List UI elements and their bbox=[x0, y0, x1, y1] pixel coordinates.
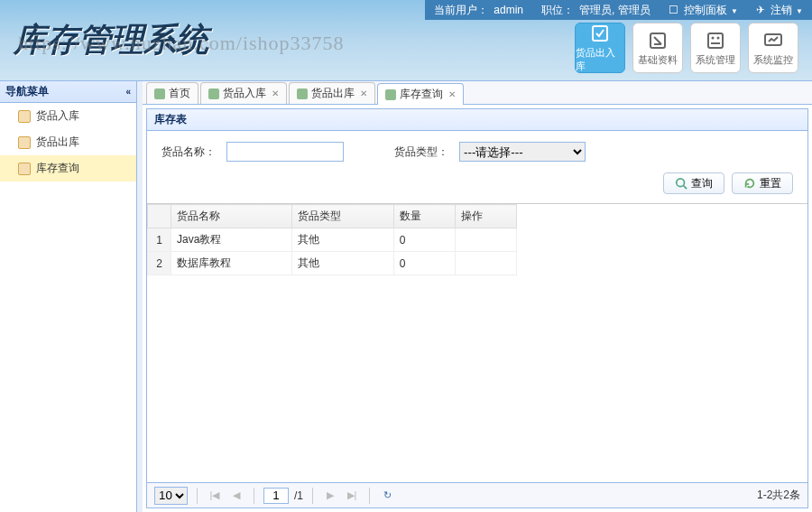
cell-op bbox=[455, 228, 516, 252]
col-header[interactable]: 操作 bbox=[455, 205, 516, 228]
tab-0[interactable]: 首页 bbox=[146, 82, 198, 104]
type-label: 货品类型： bbox=[394, 144, 448, 160]
folder-icon bbox=[18, 136, 31, 149]
type-select[interactable]: ---请选择--- bbox=[459, 142, 586, 162]
collapse-icon[interactable]: « bbox=[125, 87, 131, 97]
nav-btn-3[interactable]: 系统监控 bbox=[748, 23, 798, 73]
nav-btn-1[interactable]: 基础资料 bbox=[632, 23, 683, 73]
sidebar-item-label: 货品出库 bbox=[36, 135, 79, 150]
sidebar-item-label: 库存查询 bbox=[36, 161, 79, 176]
nav-label: 系统管理 bbox=[696, 53, 735, 67]
sidebar-item-0[interactable]: 货品入库 bbox=[0, 103, 136, 129]
tab-label: 首页 bbox=[169, 86, 190, 101]
topbar: 当前用户： admin 职位： 管理员, 管理员 ☐ 控制面板 ▼ ✈ 注销 ▼ bbox=[425, 0, 812, 20]
rownum: 2 bbox=[148, 252, 171, 275]
chevron-down-icon: ▼ bbox=[729, 7, 738, 15]
reset-icon bbox=[743, 177, 756, 190]
folder-icon bbox=[18, 163, 31, 175]
nav-label: 基础资料 bbox=[638, 53, 678, 67]
logout-link[interactable]: 注销 ▼ bbox=[770, 3, 803, 18]
tab-icon bbox=[154, 88, 165, 99]
cell-name: Java教程 bbox=[171, 228, 292, 252]
checkbox-icon[interactable]: ☐ bbox=[669, 4, 678, 16]
close-icon[interactable]: ✕ bbox=[448, 89, 456, 99]
chevron-down-icon: ▼ bbox=[794, 7, 803, 15]
watermark: https://www.huzhan.com/ishop33758 bbox=[18, 32, 345, 55]
data-grid: 货品名称货品类型数量操作 1Java教程其他02数据库教程其他0 bbox=[147, 203, 807, 482]
name-input[interactable] bbox=[226, 142, 344, 162]
reset-button[interactable]: 重置 bbox=[732, 172, 793, 194]
control-panel-link[interactable]: 控制面板 ▼ bbox=[684, 3, 738, 18]
rownum: 1 bbox=[148, 228, 171, 252]
search-icon bbox=[675, 177, 687, 190]
cell-op bbox=[455, 252, 516, 275]
paper-plane-icon: ✈ bbox=[756, 4, 765, 16]
tab-label: 货品入库 bbox=[223, 86, 266, 101]
nav-label: 系统监控 bbox=[753, 53, 793, 67]
name-label: 货品名称： bbox=[161, 144, 216, 160]
col-header[interactable]: 货品名称 bbox=[171, 205, 292, 228]
tab-icon bbox=[297, 88, 308, 99]
col-rownum bbox=[148, 205, 171, 228]
page-input[interactable] bbox=[263, 488, 289, 504]
content: 首页货品入库✕货品出库✕库存查询✕ 库存表 货品名称： 货品类型： ---请选择… bbox=[137, 81, 812, 512]
action-row: 查询 重置 bbox=[147, 172, 807, 203]
close-icon[interactable]: ✕ bbox=[360, 88, 367, 98]
sidebar: 导航菜单 « 货品入库货品出库库存查询 bbox=[0, 81, 137, 512]
nav-icon bbox=[647, 30, 669, 51]
filter-row: 货品名称： 货品类型： ---请选择--- bbox=[147, 131, 807, 172]
nav-icon bbox=[589, 23, 611, 44]
sidebar-title: 导航菜单 bbox=[5, 84, 49, 99]
last-page-button[interactable]: ▶| bbox=[344, 488, 360, 504]
sidebar-header: 导航菜单 « bbox=[0, 81, 136, 103]
nav-btn-0[interactable]: 货品出入库 bbox=[575, 23, 625, 73]
pager-info: 1-2共2条 bbox=[757, 488, 800, 503]
table-row[interactable]: 1Java教程其他0 bbox=[148, 228, 517, 252]
col-header[interactable]: 货品类型 bbox=[292, 205, 393, 228]
tab-3[interactable]: 库存查询✕ bbox=[377, 83, 464, 105]
tab-icon bbox=[385, 89, 396, 100]
svg-point-4 bbox=[717, 36, 720, 39]
sidebar-item-label: 货品入库 bbox=[36, 108, 79, 124]
current-user-label: 当前用户： bbox=[434, 3, 488, 18]
nav-label: 货品出入库 bbox=[576, 46, 624, 73]
svg-line-7 bbox=[684, 186, 687, 190]
search-button[interactable]: 查询 bbox=[663, 172, 724, 194]
role-label: 职位： bbox=[541, 3, 574, 18]
pager: 10 |◀ ◀ /1 ▶ ▶| ↻ 1-2共2条 bbox=[147, 482, 807, 507]
cell-type: 其他 bbox=[292, 252, 393, 275]
page-size-select[interactable]: 10 bbox=[154, 487, 188, 505]
cell-type: 其他 bbox=[292, 228, 393, 252]
tab-icon bbox=[208, 88, 219, 99]
current-user-link[interactable]: admin bbox=[494, 4, 523, 16]
role-value: 管理员, 管理员 bbox=[579, 3, 651, 18]
svg-point-3 bbox=[712, 36, 715, 39]
first-page-button[interactable]: |◀ bbox=[207, 488, 223, 504]
svg-point-6 bbox=[677, 179, 685, 187]
sidebar-item-2[interactable]: 库存查询 bbox=[0, 155, 136, 182]
nav-icon bbox=[762, 30, 784, 51]
refresh-button[interactable]: ↻ bbox=[379, 488, 395, 504]
col-header[interactable]: 数量 bbox=[393, 205, 455, 228]
sidebar-item-1[interactable]: 货品出库 bbox=[0, 129, 136, 155]
nav-btn-2[interactable]: 系统管理 bbox=[690, 23, 741, 73]
nav-icon bbox=[705, 30, 726, 51]
close-icon[interactable]: ✕ bbox=[272, 88, 279, 98]
cell-qty: 0 bbox=[393, 228, 455, 252]
nav-buttons: 货品出入库基础资料系统管理系统监控 bbox=[575, 23, 798, 73]
svg-rect-2 bbox=[708, 33, 723, 48]
tab-2[interactable]: 货品出库✕ bbox=[289, 82, 375, 104]
cell-name: 数据库教程 bbox=[171, 252, 292, 275]
panel-title: 库存表 bbox=[147, 109, 807, 131]
total-pages: /1 bbox=[294, 489, 303, 502]
next-page-button[interactable]: ▶ bbox=[322, 488, 338, 504]
tab-label: 库存查询 bbox=[400, 87, 443, 102]
folder-icon bbox=[18, 110, 31, 123]
header: 当前用户： admin 职位： 管理员, 管理员 ☐ 控制面板 ▼ ✈ 注销 ▼… bbox=[0, 0, 812, 81]
prev-page-button[interactable]: ◀ bbox=[228, 488, 245, 504]
table-row[interactable]: 2数据库教程其他0 bbox=[148, 252, 517, 275]
tab-1[interactable]: 货品入库✕ bbox=[200, 82, 287, 104]
cell-qty: 0 bbox=[393, 252, 455, 275]
tab-label: 货品出库 bbox=[311, 86, 355, 101]
tabs: 首页货品入库✕货品出库✕库存查询✕ bbox=[143, 81, 812, 105]
